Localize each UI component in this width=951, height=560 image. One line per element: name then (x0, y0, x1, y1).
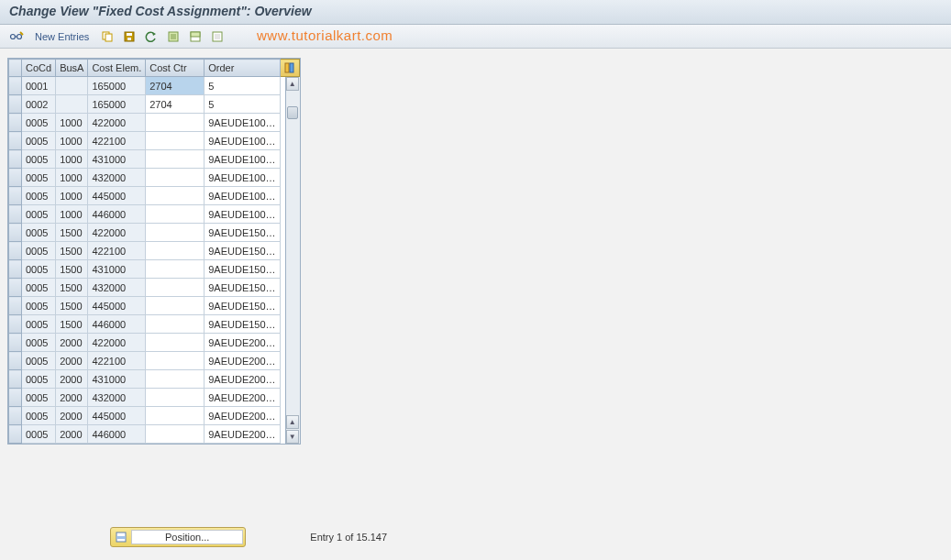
table-row[interactable]: 000515004450009AEUDE150… (9, 297, 300, 315)
cell-busa[interactable] (56, 95, 88, 114)
row-selector[interactable] (9, 352, 22, 370)
scroll-thumb[interactable] (287, 106, 298, 119)
cell-busa[interactable]: 1000 (56, 132, 88, 150)
vertical-scrollbar[interactable]: ▲ ▲ ▼ (285, 77, 300, 444)
cell-cocd[interactable]: 0005 (22, 132, 56, 150)
cell-cost-elem[interactable]: 422100 (88, 242, 146, 260)
cell-cost-elem[interactable]: 431000 (88, 150, 146, 169)
cell-cocd[interactable]: 0005 (22, 425, 56, 444)
table-row[interactable]: 000216500027045 (9, 95, 300, 114)
table-row[interactable]: 000520004310009AEUDE200… (9, 370, 300, 389)
cell-busa[interactable]: 2000 (56, 334, 88, 352)
table-row[interactable]: 000510004310009AEUDE100… (9, 150, 300, 169)
table-row[interactable]: 000510004221009AEUDE100… (9, 132, 300, 150)
cell-cost-ctr[interactable] (146, 260, 205, 279)
cell-order[interactable]: 9AEUDE100… (205, 169, 280, 187)
cell-order[interactable]: 9AEUDE150… (205, 297, 280, 315)
cell-cost-elem[interactable]: 446000 (88, 425, 146, 444)
cell-order[interactable]: 9AEUDE100… (205, 114, 280, 132)
cell-order[interactable]: 9AEUDE150… (205, 224, 280, 242)
cell-cost-ctr[interactable] (146, 279, 205, 297)
table-row[interactable]: 000515004221009AEUDE150… (9, 242, 300, 260)
row-selector[interactable] (9, 297, 22, 315)
cell-busa[interactable]: 2000 (56, 425, 88, 444)
deselect-all-icon[interactable] (208, 27, 227, 46)
cell-order[interactable]: 9AEUDE150… (205, 260, 280, 279)
row-selector[interactable] (9, 407, 22, 425)
cell-order[interactable]: 9AEUDE200… (205, 425, 280, 444)
cell-order[interactable]: 9AEUDE100… (205, 132, 280, 150)
cell-cost-ctr[interactable] (146, 114, 205, 132)
cell-cocd[interactable]: 0005 (22, 352, 56, 370)
row-selector[interactable] (9, 77, 22, 95)
cell-cocd[interactable]: 0001 (22, 77, 56, 95)
cell-cost-elem[interactable]: 165000 (88, 95, 146, 114)
row-selector[interactable] (9, 169, 22, 187)
cell-busa[interactable]: 1000 (56, 187, 88, 205)
table-row[interactable]: 000520004450009AEUDE200… (9, 407, 300, 425)
display-change-icon[interactable] (7, 27, 26, 46)
table-row[interactable]: 000116500027045 (9, 77, 300, 95)
table-row[interactable]: 000510004460009AEUDE100… (9, 205, 300, 224)
undo-icon[interactable] (142, 27, 160, 46)
cell-busa[interactable]: 1500 (56, 297, 88, 315)
row-selector[interactable] (9, 242, 22, 260)
col-header-cost-ctr[interactable]: Cost Ctr (146, 60, 205, 77)
cell-order[interactable]: 9AEUDE100… (205, 150, 280, 169)
row-selector[interactable] (9, 224, 22, 242)
cell-order[interactable]: 9AEUDE200… (205, 389, 280, 407)
cell-cocd[interactable]: 0005 (22, 334, 56, 352)
cell-cost-ctr[interactable] (146, 334, 205, 352)
cell-order[interactable]: 9AEUDE200… (205, 334, 280, 352)
cell-cost-ctr[interactable] (146, 224, 205, 242)
cell-busa[interactable]: 2000 (56, 407, 88, 425)
cell-cost-ctr[interactable] (146, 132, 205, 150)
cell-cost-ctr[interactable] (146, 370, 205, 389)
cell-busa[interactable]: 1500 (56, 279, 88, 297)
save-icon[interactable] (120, 27, 138, 46)
cell-cocd[interactable]: 0005 (22, 297, 56, 315)
cell-cost-ctr[interactable] (146, 407, 205, 425)
cell-busa[interactable]: 1000 (56, 150, 88, 169)
cell-cost-elem[interactable]: 432000 (88, 279, 146, 297)
cell-cocd[interactable]: 0005 (22, 187, 56, 205)
cell-cost-elem[interactable]: 446000 (88, 205, 146, 224)
table-row[interactable]: 000515004460009AEUDE150… (9, 315, 300, 334)
cell-busa[interactable]: 1000 (56, 114, 88, 132)
row-selector[interactable] (9, 389, 22, 407)
cell-cocd[interactable]: 0005 (22, 407, 56, 425)
row-selector[interactable] (9, 150, 22, 169)
cell-busa[interactable] (56, 77, 88, 95)
cell-cost-elem[interactable]: 432000 (88, 389, 146, 407)
scroll-up-icon[interactable]: ▲ (286, 77, 299, 91)
cell-cost-elem[interactable]: 446000 (88, 315, 146, 334)
select-all-icon[interactable] (164, 27, 182, 46)
table-row[interactable]: 000520004320009AEUDE200… (9, 389, 300, 407)
cell-cost-ctr[interactable] (146, 389, 205, 407)
cell-cost-elem[interactable]: 445000 (88, 187, 146, 205)
cell-cocd[interactable]: 0005 (22, 150, 56, 169)
cell-cocd[interactable]: 0005 (22, 370, 56, 389)
row-selector[interactable] (9, 132, 22, 150)
row-selector[interactable] (9, 334, 22, 352)
cell-cocd[interactable]: 0005 (22, 205, 56, 224)
scroll-down-icon[interactable]: ▼ (286, 430, 299, 444)
position-button[interactable]: Position... (110, 527, 246, 547)
cell-cost-ctr[interactable] (146, 315, 205, 334)
cell-order[interactable]: 9AEUDE200… (205, 407, 280, 425)
cell-order[interactable]: 9AEUDE150… (205, 279, 280, 297)
cell-order[interactable]: 9AEUDE200… (205, 370, 280, 389)
cell-cocd[interactable]: 0005 (22, 315, 56, 334)
cell-busa[interactable]: 1500 (56, 315, 88, 334)
cell-cocd[interactable]: 0005 (22, 169, 56, 187)
row-selector[interactable] (9, 205, 22, 224)
cell-order[interactable]: 9AEUDE200… (205, 352, 280, 370)
cell-busa[interactable]: 2000 (56, 389, 88, 407)
row-selector[interactable] (9, 114, 22, 132)
cell-cost-ctr[interactable] (146, 150, 205, 169)
cell-cost-elem[interactable]: 422100 (88, 352, 146, 370)
cell-order[interactable]: 5 (205, 95, 280, 114)
col-header-order[interactable]: Order (205, 60, 280, 77)
table-row[interactable]: 000520004220009AEUDE200… (9, 334, 300, 352)
cell-cocd[interactable]: 0002 (22, 95, 56, 114)
